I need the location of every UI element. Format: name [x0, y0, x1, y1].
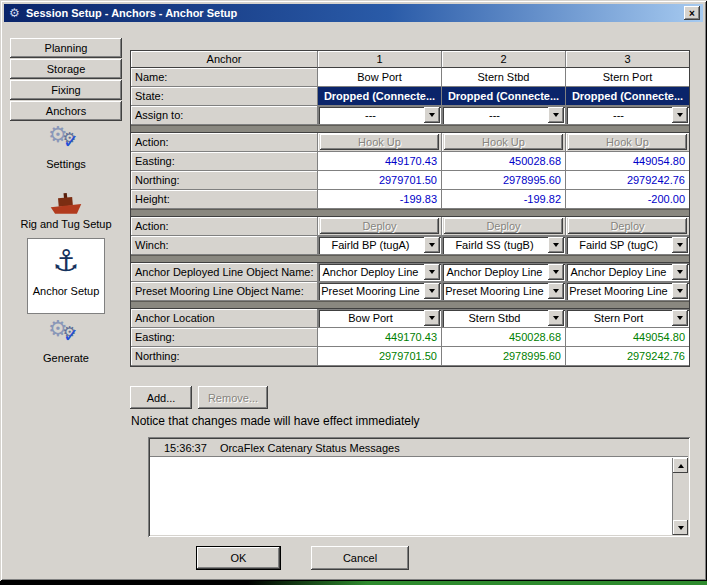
- add-button[interactable]: Add...: [130, 386, 192, 409]
- sidebar-tab-fixing[interactable]: Fixing: [10, 80, 122, 100]
- anchor-location-select[interactable]: Stern Port: [566, 309, 689, 327]
- anchor-name-cell[interactable]: Bow Port: [318, 68, 442, 87]
- mooring-line-select[interactable]: Preset Mooring Line: [442, 282, 565, 300]
- chevron-down-icon: [672, 107, 688, 123]
- anchor-state-cell[interactable]: Dropped (Connecte...: [442, 87, 566, 106]
- sidebar: Planning Storage Fixing Anchors: [10, 38, 122, 122]
- scroll-down-icon[interactable]: [673, 520, 688, 535]
- easting-value: 450028.68: [442, 152, 566, 171]
- gears-check-icon: ⚙ ⚙ ✓: [46, 320, 86, 350]
- deploy-button[interactable]: Deploy: [444, 218, 563, 234]
- row-label: Assign to:: [131, 106, 318, 125]
- hook-up-button[interactable]: Hook Up: [320, 134, 439, 150]
- close-icon[interactable]: ×: [684, 6, 700, 20]
- winch-select[interactable]: Fairld BP (tugA): [318, 236, 441, 254]
- hook-up-button[interactable]: Hook Up: [444, 134, 563, 150]
- row-label: Anchor Location: [131, 309, 318, 328]
- winch-select[interactable]: Fairld SS (tugB): [442, 236, 565, 254]
- table-row-name: Name: Bow Port Stern Stbd Stern Port: [131, 68, 689, 87]
- mooring-line-select[interactable]: Preset Mooring Line: [318, 282, 441, 300]
- section-divider: [131, 255, 689, 263]
- row-label: Anchor Deployed Line Object Name:: [131, 263, 318, 282]
- scrollbar[interactable]: [672, 458, 688, 535]
- row-label: Winch:: [131, 236, 318, 255]
- chevron-down-icon: [424, 107, 440, 123]
- ok-button[interactable]: OK: [196, 546, 281, 570]
- tool-rig-and-tug-label: Rig and Tug Setup: [10, 218, 122, 230]
- row-label: Height:: [131, 190, 318, 209]
- scroll-up-icon[interactable]: [673, 458, 688, 473]
- tool-generate-label: Generate: [10, 352, 122, 364]
- chevron-down-icon: [424, 264, 440, 280]
- chevron-down-icon: [548, 264, 564, 280]
- anchor-icon: ⚓: [28, 239, 104, 283]
- chevron-down-icon: [548, 283, 564, 299]
- table-row-location-northing: Northing: 2979701.50 2978995.60 2979242.…: [131, 347, 689, 366]
- chevron-down-icon: [424, 310, 440, 326]
- chevron-down-icon: [672, 310, 688, 326]
- assign-to-select[interactable]: ---: [442, 106, 565, 124]
- sidebar-tab-storage[interactable]: Storage: [10, 59, 122, 79]
- tool-rig-and-tug-setup[interactable]: Rig and Tug Setup: [10, 192, 122, 230]
- table-row-northing: Northing: 2979701.50 2978995.60 2979242.…: [131, 171, 689, 190]
- chevron-down-icon: [672, 237, 688, 253]
- row-label: State:: [131, 87, 318, 106]
- anchor-location-select[interactable]: Bow Port: [318, 309, 441, 327]
- table-row-anchor-location: Anchor Location Bow Port Stern Stbd Ster…: [131, 309, 689, 328]
- mooring-line-select[interactable]: Preset Mooring Line: [566, 282, 689, 300]
- table-row-mooring-line: Preset Mooring Line Object Name: Preset …: [131, 282, 689, 301]
- app-icon: ⚙: [7, 6, 22, 21]
- deploy-button[interactable]: Deploy: [568, 218, 687, 234]
- row-label: Name:: [131, 68, 318, 87]
- row-label: Northing:: [131, 171, 318, 190]
- winch-select[interactable]: Fairld SP (tugC): [566, 236, 689, 254]
- column-header-2: 2: [442, 51, 566, 68]
- chevron-down-icon: [672, 264, 688, 280]
- table-row-winch: Winch: Fairld BP (tugA) Fairld SS (tugB)…: [131, 236, 689, 255]
- section-divider: [131, 209, 689, 217]
- table-row-action-hookup: Action: Hook Up Hook Up Hook Up: [131, 133, 689, 152]
- chevron-down-icon: [548, 310, 564, 326]
- table-row-easting: Easting: 449170.43 450028.68 449054.80: [131, 152, 689, 171]
- northing-value: 2979701.50: [318, 171, 442, 190]
- table-row-action-deploy: Action: Deploy Deploy Deploy: [131, 217, 689, 236]
- deploy-button[interactable]: Deploy: [320, 218, 439, 234]
- anchor-state-cell[interactable]: Dropped (Connecte...: [318, 87, 442, 106]
- hook-up-button[interactable]: Hook Up: [568, 134, 687, 150]
- sidebar-tab-planning[interactable]: Planning: [10, 38, 122, 58]
- deployed-line-select[interactable]: Anchor Deploy Line: [318, 263, 441, 281]
- location-easting-value: 449170.43: [318, 328, 442, 347]
- table-row-assign-to: Assign to: --- --- ---: [131, 106, 689, 125]
- anchor-name-cell[interactable]: Stern Stbd: [442, 68, 566, 87]
- row-label: Easting:: [131, 328, 318, 347]
- anchor-state-cell[interactable]: Dropped (Connecte...: [566, 87, 689, 106]
- tool-anchor-setup[interactable]: ⚓ Anchor Setup: [27, 238, 105, 314]
- assign-to-select[interactable]: ---: [318, 106, 441, 124]
- anchor-location-select[interactable]: Stern Stbd: [442, 309, 565, 327]
- cancel-button[interactable]: Cancel: [311, 546, 409, 570]
- chevron-down-icon: [548, 107, 564, 123]
- remove-button[interactable]: Remove...: [198, 386, 268, 409]
- sidebar-tab-anchors[interactable]: Anchors: [10, 101, 122, 121]
- log-title: OrcaFlex Catenary Status Messages: [220, 442, 400, 454]
- northing-value: 2978995.60: [442, 171, 566, 190]
- gears-check-icon: ⚙ ⚙ ✓: [46, 126, 86, 156]
- row-label: Easting:: [131, 152, 318, 171]
- tug-icon: [48, 192, 84, 216]
- row-label: Action:: [131, 217, 318, 236]
- tool-settings-label: Settings: [10, 158, 122, 170]
- table-corner-header: Anchor: [131, 51, 318, 68]
- section-divider: [131, 301, 689, 309]
- assign-to-select[interactable]: ---: [566, 106, 689, 124]
- chevron-down-icon: [548, 237, 564, 253]
- anchor-name-cell[interactable]: Stern Port: [566, 68, 689, 87]
- table-header-row: Anchor 1 2 3: [131, 51, 689, 68]
- deployed-line-select[interactable]: Anchor Deploy Line: [442, 263, 565, 281]
- log-header: 15:36:37 OrcaFlex Catenary Status Messag…: [150, 439, 688, 457]
- window-title: Session Setup - Anchors - Anchor Setup: [26, 7, 684, 19]
- location-northing-value: 2978995.60: [442, 347, 566, 366]
- deployed-line-select[interactable]: Anchor Deploy Line: [566, 263, 689, 281]
- easting-value: 449054.80: [566, 152, 689, 171]
- tool-generate[interactable]: ⚙ ⚙ ✓ Generate: [10, 320, 122, 364]
- tool-settings[interactable]: ⚙ ⚙ ✓ Settings: [10, 126, 122, 170]
